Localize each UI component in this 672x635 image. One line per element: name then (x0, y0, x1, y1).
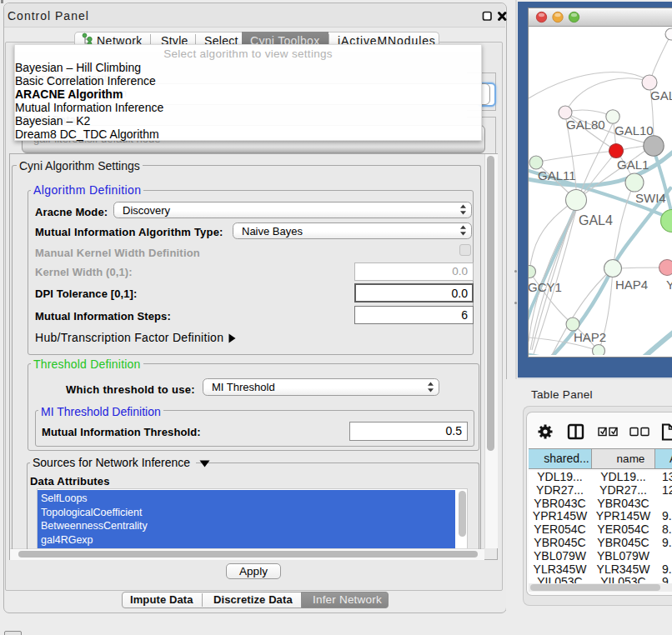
svg-text:Y: Y (666, 278, 672, 292)
svg-text:HAP2: HAP2 (574, 330, 606, 344)
svg-text:GAL10: GAL10 (614, 123, 654, 138)
svg-text:GAL4: GAL4 (579, 213, 613, 228)
svg-text:GAL80: GAL80 (566, 118, 605, 132)
svg-text:GCY1: GCY1 (529, 280, 562, 294)
svg-text:HAP4: HAP4 (615, 278, 648, 292)
svg-text:GAL: GAL (650, 88, 672, 102)
svg-text:SWI4: SWI4 (635, 191, 666, 205)
svg-text:GAL1: GAL1 (617, 158, 649, 172)
svg-text:GAL11: GAL11 (538, 168, 576, 182)
